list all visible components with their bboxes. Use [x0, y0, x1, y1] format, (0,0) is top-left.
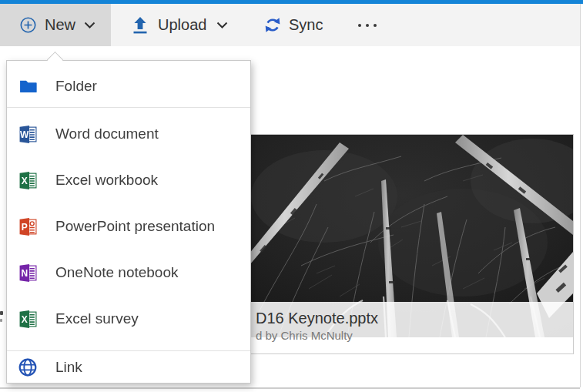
- obscured-tile-text-fragment: [0, 311, 3, 315]
- plus-circle-icon: [19, 16, 37, 34]
- onenote-icon: N: [18, 263, 38, 283]
- new-button[interactable]: New: [0, 4, 111, 46]
- upload-button-label: Upload: [158, 16, 206, 34]
- menu-item-label: Excel survey: [55, 310, 139, 327]
- content-right-border: [580, 4, 581, 387]
- menu-item-excel-survey[interactable]: X Excel survey: [7, 296, 250, 342]
- command-toolbar: New Upload: [0, 4, 580, 46]
- chevron-down-icon: [216, 22, 228, 29]
- obscured-tile-text-fragment: [0, 319, 2, 322]
- excel-icon: X: [18, 170, 38, 190]
- menu-item-folder[interactable]: Folder: [7, 65, 250, 107]
- upload-arrow-icon: [132, 16, 148, 35]
- folder-icon: [18, 76, 38, 96]
- menu-item-excel-workbook[interactable]: X Excel workbook: [7, 157, 250, 203]
- sync-button[interactable]: Sync: [255, 4, 323, 46]
- file-modified-by: d by Chris McNulty: [256, 329, 573, 343]
- menu-item-onenote-notebook[interactable]: N OneNote notebook: [7, 250, 250, 296]
- page-bottom-divider: [0, 387, 580, 389]
- file-title[interactable]: D16 Keynote.pptx: [256, 309, 573, 327]
- svg-text:W: W: [20, 129, 29, 140]
- menu-item-label: Link: [55, 359, 82, 376]
- word-icon: W: [18, 124, 38, 144]
- more-commands-button[interactable]: [346, 4, 389, 46]
- menu-item-link[interactable]: Link: [7, 351, 250, 384]
- chevron-down-icon: [84, 22, 95, 29]
- menu-item-label: PowerPoint presentation: [55, 218, 215, 235]
- ellipsis-icon: [358, 24, 377, 27]
- menu-item-label: Excel workbook: [55, 172, 158, 189]
- sync-icon: [264, 16, 281, 34]
- excel-survey-icon: X: [18, 309, 38, 329]
- upload-button[interactable]: Upload: [123, 4, 228, 46]
- menu-item-powerpoint-presentation[interactable]: P PowerPoint presentation: [7, 203, 250, 250]
- svg-text:X: X: [21, 314, 27, 325]
- page: New Upload: [0, 0, 583, 392]
- svg-text:P: P: [21, 222, 27, 233]
- menu-divider: [7, 107, 250, 108]
- svg-text:X: X: [21, 176, 27, 186]
- menu-item-label: Word document: [55, 126, 159, 142]
- globe-icon: [18, 357, 38, 377]
- powerpoint-icon: P: [18, 216, 38, 236]
- file-tile-footer: D16 Keynote.pptx d by Chris McNulty: [232, 302, 573, 353]
- file-tile-keynote[interactable]: D16 Keynote.pptx d by Chris McNulty: [231, 134, 574, 354]
- new-dropdown-menu: Folder W Word document X: [6, 60, 251, 384]
- menu-item-word-document[interactable]: W Word document: [7, 111, 250, 157]
- new-button-label: New: [45, 16, 75, 34]
- svg-text:N: N: [21, 268, 28, 279]
- menu-item-label: Folder: [55, 78, 97, 95]
- menu-item-label: OneNote notebook: [55, 264, 179, 281]
- sync-button-label: Sync: [289, 16, 323, 34]
